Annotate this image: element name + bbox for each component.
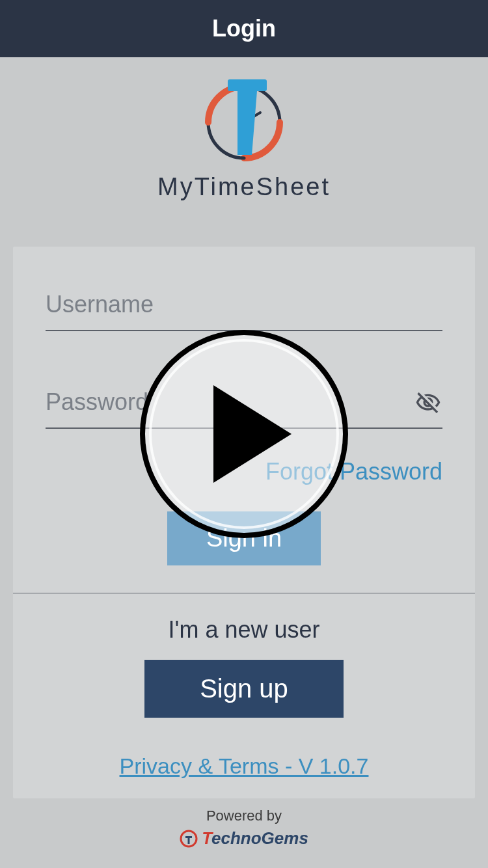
username-row — [46, 279, 442, 331]
svg-rect-3 — [228, 79, 267, 91]
logo-area: MyTimeSheet — [0, 57, 488, 214]
play-icon — [213, 385, 291, 483]
privacy-terms-link[interactable]: Privacy & Terms - V 1.0.7 — [46, 753, 442, 779]
play-button[interactable] — [140, 330, 348, 538]
new-user-text: I'm a new user — [46, 616, 442, 644]
toggle-password-visibility-icon[interactable] — [414, 388, 442, 417]
footer: Powered by TechnoGems — [0, 807, 488, 848]
technogems-logo: TechnoGems — [0, 828, 488, 848]
app-name: MyTimeSheet — [157, 173, 331, 201]
powered-by-text: Powered by — [0, 807, 488, 824]
header-title: Login — [212, 15, 276, 42]
signup-button[interactable]: Sign up — [144, 660, 344, 718]
technogems-name: TechnoGems — [202, 828, 308, 848]
new-user-section: I'm a new user Sign up Privacy & Terms -… — [46, 593, 442, 779]
header-bar: Login — [0, 0, 488, 57]
app-logo-icon — [198, 77, 290, 168]
username-field[interactable] — [46, 279, 442, 331]
technogems-icon — [180, 830, 198, 848]
